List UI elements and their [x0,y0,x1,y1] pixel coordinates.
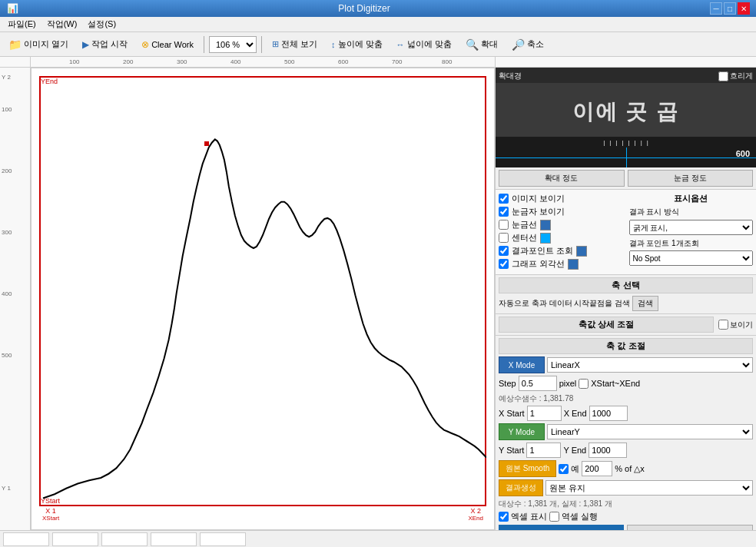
ruler-v-200: 200 [2,167,12,174]
smooth-button[interactable]: 원본 Smooth [499,460,556,477]
show-image-checkbox[interactable] [499,194,509,204]
search-row: 자동으로 축과 데이터 시작끝점을 검색 검색 [499,296,753,311]
auto-search-label: 자동으로 축과 데이터 시작끝점을 검색 [499,298,630,309]
x2-label: X 2XEnd [468,507,483,522]
show-points-checkbox[interactable] [499,246,509,256]
graph-outline-label: 그래프 외각선 [512,258,565,270]
y-mode-button[interactable]: Y Mode [499,423,545,440]
menu-file[interactable]: 파일(E) [3,17,41,31]
open-image-button[interactable]: 📁 이미지 열기 [3,35,74,55]
ruler-mark-100: 100 [69,58,79,65]
ruler-corner [0,57,31,67]
start-work-button[interactable]: ▶ 작업 시작 [77,35,133,55]
y-end-input[interactable] [589,443,627,458]
play-icon: ▶ [82,39,89,50]
axis-control-panel: 축 값 조절 X Mode LinearX LogX Step 0.5 pixe… [496,336,756,530]
window-title: Plot Digitizer [18,3,710,14]
graph-outline-row: 그래프 외각선 [499,258,623,270]
maximize-button[interactable]: □ [724,2,736,15]
display-options-left: 이미지 보이기 눈금자 보이기 눈금선 센터선 [499,193,623,271]
action-buttons-row: Digitize Clear Points [499,525,753,530]
title-bar-controls-left: 📊 [6,2,18,15]
zoom-out-button[interactable]: 🔎 축소 [506,35,549,55]
menu-work[interactable]: 작업(W) [42,17,82,31]
y-start-input[interactable] [526,443,561,458]
excel-show-checkbox[interactable] [499,512,509,522]
magnifier-label: 확대경 [499,71,522,81]
peak-marker [204,141,209,146]
main-content: Y 2 100 200 300 400 500 Y 1 YEnd YStart … [0,68,756,530]
generate-select[interactable]: 원본 유지 [545,480,753,496]
fit-width-label: 넓이에 맞춤 [407,38,452,50]
point-review-label: 결과 포인트 1개조회 [629,238,754,249]
zoom-select[interactable]: 106 % 50 % 75 % 100 % 125 % 150 % 200 % [209,36,257,53]
start-work-label: 작업 시작 [91,38,128,50]
result-method-select[interactable]: 굵게 표시, [629,220,754,235]
show-detail-checkbox[interactable] [718,320,728,330]
y-mode-select[interactable]: LinearY LogY [547,424,753,439]
eye-quality-button[interactable]: 눈금 정도 [628,170,754,187]
canvas-area[interactable]: YEnd YStart X 1XStart X 2XEnd [31,68,495,530]
close-button[interactable]: ✕ [738,2,750,15]
minimize-button[interactable]: ─ [710,2,722,15]
excel-show-label: 엑셀 표시 [511,511,547,522]
show-image-row: 이미지 보이기 [499,193,623,204]
ruler-v-y1: Y 1 [2,485,11,492]
show-label-row: 보이기 [718,320,753,330]
points-color-box [576,246,587,257]
status-seg-2 [52,532,98,546]
view-all-button[interactable]: ⊞ 전체 보기 [267,35,323,55]
yes-label: 예 [571,463,579,475]
zoom-quality-button[interactable]: 확대 정도 [499,170,625,187]
filter-label: 흐리게 [718,71,753,81]
x-end-input[interactable] [589,406,628,421]
smooth-percent-input[interactable] [582,461,612,476]
smooth-row: 원본 Smooth 예 % of △x [499,460,753,477]
magnifier-bottom: 600 [496,148,756,167]
ruler-mark-500: 500 [284,58,294,65]
ruler-mark-400: 400 [230,58,240,65]
x-start-input[interactable] [527,406,562,421]
status-seg-3 [101,532,148,546]
clear-work-button[interactable]: ⊗ Clear Work [136,35,199,55]
sample-count: 예상수샘수 : 1,381.78 [499,393,753,404]
generate-button[interactable]: 결과생성 [499,479,543,496]
status-seg-5 [200,532,246,546]
xstart-xend-checkbox[interactable] [579,379,589,389]
filter-checkbox[interactable] [718,71,728,81]
folder-icon: 📁 [8,38,22,51]
toolbar: 📁 이미지 열기 ▶ 작업 시작 ⊗ Clear Work 106 % 50 %… [0,32,756,57]
y-start-end-row: Y Start Y End [499,443,753,458]
x-mode-select[interactable]: LinearX LogX [547,357,753,373]
result-method-label: 결과 표시 방식 [629,207,754,217]
show-cursor-checkbox[interactable] [499,207,509,217]
excel-delete-checkbox[interactable] [549,512,559,522]
excel-delete-label: 역셀 실행 [562,511,598,522]
fit-height-button[interactable]: ↕ 높이에 맞춤 [326,35,388,55]
generate-row: 결과생성 원본 유지 [499,479,753,496]
ruler-v-label-y2: Y 2 [2,74,11,81]
fit-height-label: 높이에 맞춤 [338,38,383,50]
ruler-mark-700: 700 [392,58,402,65]
status-seg-1 [3,532,49,546]
magnifier-display: 이에 곳 곱 [496,83,756,141]
step-input[interactable]: 0.5 [519,376,557,391]
zoom-out-icon: 🔎 [512,38,525,51]
zoom-in-label: 확대 [481,38,498,50]
center-label: 센터선 [512,232,537,244]
x-mode-button[interactable]: X Mode [499,356,545,373]
show-cursor-row: 눈금자 보이기 [499,206,623,217]
clear-points-button[interactable]: Clear Points [627,525,754,530]
search-button[interactable]: 검색 [632,296,658,311]
smooth-yes-checkbox[interactable] [559,464,569,474]
digitize-button[interactable]: Digitize [499,525,624,530]
menu-settings[interactable]: 설정(S) [83,17,121,31]
center-checkbox[interactable] [499,233,509,243]
zoom-in-button[interactable]: 🔍 확대 [460,35,503,55]
step-label: Step [499,379,516,388]
grid-lines-checkbox[interactable] [499,220,509,230]
graph-outline-checkbox[interactable] [499,259,509,269]
no-spot-select[interactable]: No Spot [629,250,754,266]
fit-width-button[interactable]: ↔ 넓이에 맞춤 [391,35,457,55]
zoom-in-icon: 🔍 [466,38,479,51]
